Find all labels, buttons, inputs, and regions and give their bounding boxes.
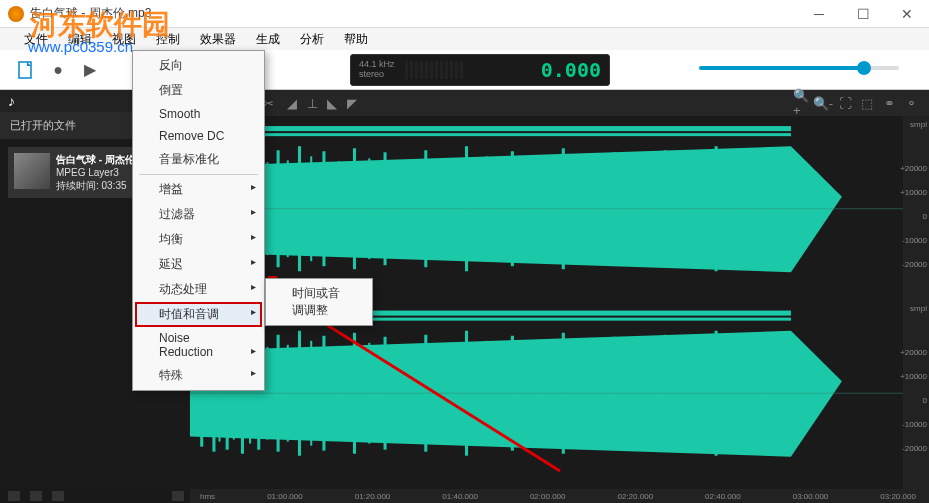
amplitude-ruler: smpl +20000 +10000 0 -10000 -20000 smpl … <box>903 116 929 489</box>
menu-gain[interactable]: 增益 <box>135 177 262 202</box>
menu-generate[interactable]: 生成 <box>246 31 290 48</box>
time-pitch-submenu: 时间或音调调整 <box>265 278 373 326</box>
menu-dynamics[interactable]: 动态处理 <box>135 277 262 302</box>
maximize-button[interactable]: ☐ <box>841 0 885 28</box>
zoom-in-icon[interactable]: 🔍+ <box>793 95 809 111</box>
lcd-time-value: 0.000 <box>541 58 601 82</box>
status-icon-2[interactable] <box>30 491 42 501</box>
link-on-icon[interactable]: ⚭ <box>881 95 897 111</box>
lcd-mode: stereo <box>359 70 395 80</box>
menu-smooth[interactable]: Smooth <box>135 103 262 125</box>
menu-time-pitch[interactable]: 时值和音调 <box>135 302 262 327</box>
timeline[interactable]: hms 01:00.000 01:20.000 01:40.000 02:00.… <box>190 489 929 503</box>
lcd-display: 44.1 kHz stereo 0.000 <box>350 54 610 86</box>
menu-edit[interactable]: 编辑 <box>58 31 102 48</box>
menu-noise-reduction[interactable]: Noise Reduction <box>135 327 262 363</box>
link-off-icon[interactable]: ⚬ <box>903 95 919 111</box>
level-icon[interactable]: ⊥ <box>304 95 320 111</box>
status-icon-3[interactable] <box>52 491 64 501</box>
titlebar: 告白气球 - 周杰伦.mp3 ─ ☐ ✕ <box>0 0 929 28</box>
zoom-out-icon[interactable]: 🔍- <box>815 95 831 111</box>
zoom-sel-icon[interactable]: ⬚ <box>859 95 875 111</box>
menu-effects[interactable]: 效果器 <box>190 31 246 48</box>
status-icon-4[interactable] <box>172 491 184 501</box>
menu-file[interactable]: 文件 <box>14 31 58 48</box>
minimize-button[interactable]: ─ <box>797 0 841 28</box>
close-button[interactable]: ✕ <box>885 0 929 28</box>
menu-invert[interactable]: 倒置 <box>135 78 262 103</box>
volume-slider[interactable] <box>699 66 899 70</box>
effects-dropdown: 反向 倒置 Smooth Remove DC 音量标准化 增益 过滤器 均衡 延… <box>132 50 265 391</box>
status-bar-left <box>0 489 190 503</box>
menu-remove-dc[interactable]: Remove DC <box>135 125 262 147</box>
menu-help[interactable]: 帮助 <box>334 31 378 48</box>
menu-reverse[interactable]: 反向 <box>135 53 262 78</box>
secondary-toolbar: ⎘ 📋 🗑 ✂ ◢ ⊥ ◣ ◤ 🔍+ 🔍- ⛶ ⬚ ⚭ ⚬ <box>190 90 929 116</box>
svg-rect-3 <box>190 133 791 136</box>
timeline-unit: hms <box>200 492 215 501</box>
menu-normalize[interactable]: 音量标准化 <box>135 147 262 172</box>
menu-special[interactable]: 特殊 <box>135 363 262 388</box>
app-icon <box>8 6 24 22</box>
window-title: 告白气球 - 周杰伦.mp3 <box>30 5 151 22</box>
new-file-icon[interactable] <box>14 58 38 82</box>
menu-delay[interactable]: 延迟 <box>135 252 262 277</box>
menu-view[interactable]: 视图 <box>102 31 146 48</box>
fade-in-icon[interactable]: ◢ <box>284 95 300 111</box>
lcd-bars <box>405 61 463 79</box>
menu-analysis[interactable]: 分析 <box>290 31 334 48</box>
menubar: 文件 编辑 视图 控制 效果器 生成 分析 帮助 <box>0 28 929 50</box>
file-thumbnail <box>14 153 50 189</box>
status-icon-1[interactable] <box>8 491 20 501</box>
fade-out2-icon[interactable]: ◤ <box>344 95 360 111</box>
submenu-time-pitch-adjust[interactable]: 时间或音调调整 <box>268 281 370 323</box>
music-note-icon[interactable]: ♪ <box>8 93 15 109</box>
fade-out-icon[interactable]: ◣ <box>324 95 340 111</box>
zoom-fit-icon[interactable]: ⛶ <box>837 95 853 111</box>
menu-filter[interactable]: 过滤器 <box>135 202 262 227</box>
ruler-unit: smpl <box>910 120 927 129</box>
svg-rect-2 <box>190 126 791 131</box>
record-icon[interactable]: ● <box>46 58 70 82</box>
play-icon[interactable]: ▶ <box>78 58 102 82</box>
menu-control[interactable]: 控制 <box>146 31 190 48</box>
menu-eq[interactable]: 均衡 <box>135 227 262 252</box>
